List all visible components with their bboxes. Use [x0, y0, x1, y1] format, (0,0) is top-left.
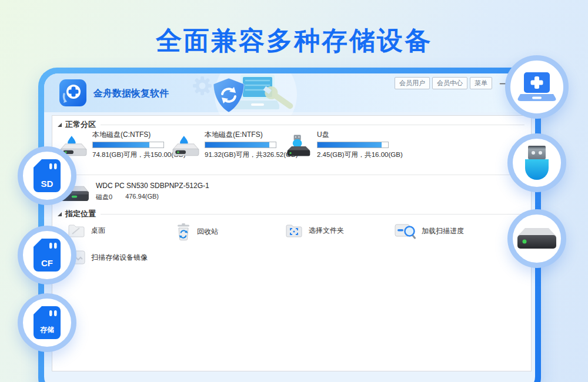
capacity-bar	[205, 142, 276, 148]
window-toolbar: 会员用户 会员中心 菜单 —	[395, 77, 508, 89]
badge-storage-card: 存储	[18, 293, 76, 352]
section-title: 指定位置	[65, 209, 96, 219]
physical-disk-item[interactable]: WDC PC SN530 SDBPNPZ-512G-1 磁盘0 476.94(G…	[59, 182, 209, 205]
gear-icon	[192, 76, 212, 96]
desktop-icon	[68, 223, 85, 238]
member-user-button[interactable]: 会员用户	[395, 77, 430, 89]
app-window-inner: 金舟数据恢复软件 会员用户 会员中心 菜单 — 正常分区	[44, 73, 535, 382]
location-item-load-scan[interactable]: 加载扫描进度	[395, 223, 464, 239]
section-title: 正常分区	[65, 119, 96, 130]
storage-card-icon: 存储	[33, 306, 61, 340]
expander-triangle-icon	[58, 212, 62, 216]
drive-name: U盘	[317, 130, 389, 140]
drive-item-e[interactable]: 本地磁盘(E:NTFS) 91.32(GB)可用，共326.52(GB)	[172, 130, 284, 159]
disk-drive-icon	[172, 130, 200, 159]
section-header-locations[interactable]: 指定位置	[58, 209, 524, 219]
content-panel: 正常分区 本地磁盘(C:NTFS)	[52, 115, 532, 371]
badge-laptop	[505, 55, 569, 119]
drive-info: 本地磁盘(E:NTFS) 91.32(GB)可用，共326.52(GB)	[205, 130, 284, 159]
drive-usage: 2.45(GB)可用，共16.00(GB)	[317, 150, 389, 159]
section-header-partitions[interactable]: 正常分区	[58, 119, 524, 130]
laptop-plus-icon	[517, 71, 556, 103]
usb-disk-icon	[284, 130, 312, 159]
disk-sub-info: 磁盘0 476.94(GB)	[96, 193, 209, 202]
usb-drive-icon	[523, 145, 550, 181]
capacity-bar-fill	[93, 142, 149, 148]
badge-sd-card: SD	[18, 146, 76, 205]
badge-cf-card: CF	[18, 226, 76, 284]
location-label: 加载扫描进度	[422, 226, 464, 236]
drive-info: 本地磁盘(C:NTFS) 74.81(GB)可用，共150.00(GB)	[92, 130, 172, 159]
capacity-bar	[92, 142, 164, 148]
badge-usb	[507, 133, 566, 192]
location-label: 扫描存储设备镜像	[91, 253, 148, 263]
section-rule	[101, 214, 524, 215]
drive-name: 本地磁盘(E:NTFS)	[205, 130, 276, 140]
location-label: 桌面	[91, 226, 105, 236]
expander-triangle-icon	[58, 123, 62, 127]
disk-label: 磁盘0	[96, 193, 112, 202]
location-item-recycle-bin[interactable]: 回收站	[176, 223, 218, 240]
section-rule	[101, 125, 524, 125]
app-header: 金舟数据恢复软件 会员用户 会员中心 菜单 —	[44, 73, 535, 112]
badge-label: SD	[33, 179, 61, 189]
app-window: 金舟数据恢复软件 会员用户 会员中心 菜单 — 正常分区	[38, 68, 541, 382]
location-item-desktop[interactable]: 桌面	[68, 223, 105, 238]
disk-model: WDC PC SN530 SDBPNPZ-512G-1	[96, 182, 209, 190]
drive-item-usb[interactable]: U盘 2.45(GB)可用，共16.00(GB)	[284, 130, 396, 159]
row-divider	[56, 175, 527, 175]
page-title: 全面兼容多种存储设备	[0, 24, 588, 58]
capacity-bar-fill	[318, 142, 382, 148]
recycle-bin-icon	[176, 223, 191, 240]
location-label: 回收站	[197, 227, 218, 237]
drive-usage: 74.81(GB)可用，共150.00(GB)	[92, 150, 164, 159]
capacity-bar	[317, 142, 389, 148]
member-center-button[interactable]: 会员中心	[432, 77, 467, 89]
drive-info: U盘 2.45(GB)可用，共16.00(GB)	[317, 130, 396, 159]
physical-disk-info: WDC PC SN530 SDBPNPZ-512G-1 磁盘0 476.94(G…	[96, 182, 209, 205]
drive-row: 本地磁盘(C:NTFS) 74.81(GB)可用，共150.00(GB)	[59, 130, 396, 159]
menu-button[interactable]: 菜单	[470, 77, 492, 89]
hard-drive-icon	[517, 227, 556, 250]
cf-card-icon: CF	[33, 238, 61, 272]
location-label: 选择文件夹	[309, 226, 344, 236]
choose-folder-icon	[285, 223, 303, 238]
load-scan-progress-icon	[395, 223, 416, 239]
location-item-choose-folder[interactable]: 选择文件夹	[285, 223, 344, 238]
badge-label: 存储	[33, 325, 61, 335]
sd-card-icon: SD	[33, 159, 61, 193]
app-title: 金舟数据恢复软件	[93, 88, 169, 100]
app-logo-icon	[59, 79, 86, 106]
badge-label: CF	[33, 258, 61, 268]
drive-usage: 91.32(GB)可用，共326.52(GB)	[205, 150, 276, 159]
disk-capacity: 476.94(GB)	[125, 193, 159, 202]
badge-hard-drive	[507, 209, 566, 268]
capacity-bar-fill	[205, 142, 269, 148]
drive-name: 本地磁盘(C:NTFS)	[92, 130, 164, 140]
location-item-scan-image[interactable]: 扫描存储设备镜像	[69, 250, 148, 265]
drive-item-c[interactable]: 本地磁盘(C:NTFS) 74.81(GB)可用，共150.00(GB)	[59, 130, 172, 159]
